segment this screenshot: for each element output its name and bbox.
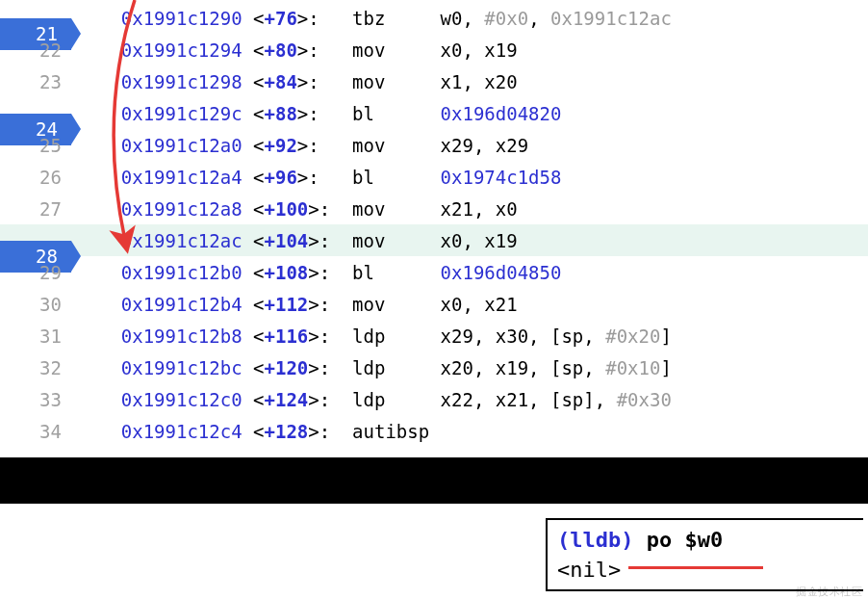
operand: #0x10 — [605, 357, 660, 378]
operand: x22, x21, [sp], — [441, 389, 617, 410]
line-number[interactable]: 32 — [0, 357, 77, 378]
offset: +116 — [265, 326, 309, 347]
offset: +84 — [265, 71, 297, 92]
code-line[interactable]: 28 0x1991c12ac <+104>: mov x0, x19 — [0, 224, 868, 256]
operand: 0x1991c12ac — [550, 8, 672, 29]
code-content: 0x1991c12b0 <+108>: bl 0x196d04850 — [77, 262, 868, 283]
operand: x21, x0 — [441, 198, 518, 220]
line-number[interactable]: 31 — [0, 326, 77, 347]
code-line[interactable]: 33 0x1991c12c0 <+124>: ldp x22, x21, [sp… — [0, 383, 868, 415]
address: 0x1991c12a4 — [121, 167, 243, 188]
address: 0x1991c12a0 — [121, 135, 243, 156]
code-content: 0x1991c12bc <+120>: ldp x20, x19, [sp, #… — [77, 357, 868, 378]
mnemonic: bl — [352, 103, 441, 124]
mnemonic: mov — [352, 294, 441, 315]
operand: #0x30 — [617, 389, 672, 410]
address: 0x1991c12b4 — [121, 294, 243, 315]
line-number[interactable]: 33 — [0, 389, 77, 410]
operand: 0x196d04820 — [441, 103, 562, 124]
code-line[interactable]: 27 0x1991c12a8 <+100>: mov x21, x0 — [0, 193, 868, 224]
code-line[interactable]: 21 0x1991c1290 <+76>: tbz w0, #0x0, 0x19… — [0, 2, 868, 34]
code-line[interactable]: 34 0x1991c12c4 <+128>: autibsp — [0, 415, 868, 447]
code-line[interactable]: 26 0x1991c12a4 <+96>: bl 0x1974c1d58 — [0, 161, 868, 193]
line-number[interactable]: 27 — [0, 198, 77, 220]
line-number[interactable]: 22 — [0, 39, 77, 61]
address: 0x1991c12bc — [121, 357, 243, 378]
offset: +120 — [265, 357, 309, 378]
operand: ] — [660, 326, 671, 347]
line-number[interactable]: 25 — [0, 135, 77, 156]
code-line[interactable]: 31 0x1991c12b8 <+116>: ldp x29, x30, [sp… — [0, 320, 868, 352]
mnemonic: mov — [352, 39, 441, 61]
address: 0x1991c1294 — [121, 39, 243, 61]
code-line[interactable]: 30 0x1991c12b4 <+112>: mov x0, x21 — [0, 288, 868, 320]
code-line[interactable]: 24 0x1991c129c <+88>: bl 0x196d04820 — [0, 97, 868, 129]
code-content: 0x1991c12c4 <+128>: autibsp — [77, 421, 868, 442]
code-content: 0x1991c12c0 <+124>: ldp x22, x21, [sp], … — [77, 389, 868, 410]
offset: +76 — [265, 8, 297, 29]
code-content: 0x1991c12a8 <+100>: mov x21, x0 — [77, 198, 868, 220]
mnemonic: mov — [352, 198, 441, 220]
address: 0x1991c12c4 — [121, 421, 243, 442]
lldb-console[interactable]: (lldb) po $w0 <nil> — [546, 518, 863, 591]
operand: x29, x30, [sp, — [441, 326, 606, 347]
mnemonic: tbz — [352, 8, 441, 29]
code-content: 0x1991c12ac <+104>: mov x0, x19 — [77, 230, 868, 251]
offset: +124 — [265, 389, 309, 410]
operand: x0, x21 — [441, 294, 518, 315]
operand: 0x1974c1d58 — [441, 167, 562, 188]
operand: , — [528, 8, 550, 29]
operand: x20, x19, [sp, — [441, 357, 606, 378]
code-content: 0x1991c129c <+88>: bl 0x196d04820 — [77, 103, 868, 124]
address: 0x1991c1298 — [121, 71, 243, 92]
operand: w0, — [441, 8, 485, 29]
mnemonic: ldp — [352, 389, 441, 410]
code-content: 0x1991c12a4 <+96>: bl 0x1974c1d58 — [77, 167, 868, 188]
address: 0x1991c12c0 — [121, 389, 243, 410]
address: 0x1991c12a8 — [121, 198, 243, 220]
code-line[interactable]: 23 0x1991c1298 <+84>: mov x1, x20 — [0, 65, 868, 97]
mnemonic: bl — [352, 262, 441, 283]
line-number[interactable]: 26 — [0, 167, 77, 188]
line-number[interactable]: 30 — [0, 294, 77, 315]
address: 0x1991c12b8 — [121, 326, 243, 347]
offset: +108 — [265, 262, 309, 283]
code-line[interactable]: 29 0x1991c12b0 <+108>: bl 0x196d04850 — [0, 256, 868, 288]
code-line[interactable]: 25 0x1991c12a0 <+92>: mov x29, x29 — [0, 129, 868, 161]
code-line[interactable]: 32 0x1991c12bc <+120>: ldp x20, x19, [sp… — [0, 352, 868, 383]
operand: #0x0 — [484, 8, 528, 29]
offset: +112 — [265, 294, 309, 315]
code-content: 0x1991c12b8 <+116>: ldp x29, x30, [sp, #… — [77, 326, 868, 347]
line-number[interactable]: 34 — [0, 421, 77, 442]
operand: x0, x19 — [441, 39, 518, 61]
mnemonic: mov — [352, 71, 441, 92]
mnemonic: ldp — [352, 326, 441, 347]
operand: ] — [660, 357, 671, 378]
operand: x29, x29 — [441, 135, 529, 156]
offset: +104 — [265, 230, 309, 251]
lldb-prompt-line: (lldb) po $w0 — [557, 526, 854, 556]
offset: +96 — [265, 167, 297, 188]
code-content: 0x1991c1298 <+84>: mov x1, x20 — [77, 71, 868, 92]
address: 0x1991c1290 — [121, 8, 243, 29]
line-number[interactable]: 23 — [0, 71, 77, 92]
code-content: 0x1991c1290 <+76>: tbz w0, #0x0, 0x1991c… — [77, 8, 868, 29]
offset: +100 — [265, 198, 309, 220]
code-content: 0x1991c12a0 <+92>: mov x29, x29 — [77, 135, 868, 156]
code-content: 0x1991c1294 <+80>: mov x0, x19 — [77, 39, 868, 61]
disassembly-view: 21 0x1991c1290 <+76>: tbz w0, #0x0, 0x19… — [0, 0, 868, 447]
mnemonic: autibsp — [352, 421, 441, 442]
lldb-output-line: <nil> — [557, 556, 854, 586]
code-line[interactable]: 22 0x1991c1294 <+80>: mov x0, x19 — [0, 34, 868, 65]
address: 0x1991c12ac — [121, 230, 243, 251]
operand: x1, x20 — [441, 71, 518, 92]
code-content: 0x1991c12b4 <+112>: mov x0, x21 — [77, 294, 868, 315]
black-bar-divider — [0, 457, 868, 504]
offset: +92 — [265, 135, 297, 156]
mnemonic: ldp — [352, 357, 441, 378]
offset: +128 — [265, 421, 309, 442]
watermark-text: 掘金技术社区 — [796, 585, 862, 599]
line-number[interactable]: 29 — [0, 262, 77, 283]
operand: 0x196d04850 — [441, 262, 562, 283]
address: 0x1991c129c — [121, 103, 243, 124]
